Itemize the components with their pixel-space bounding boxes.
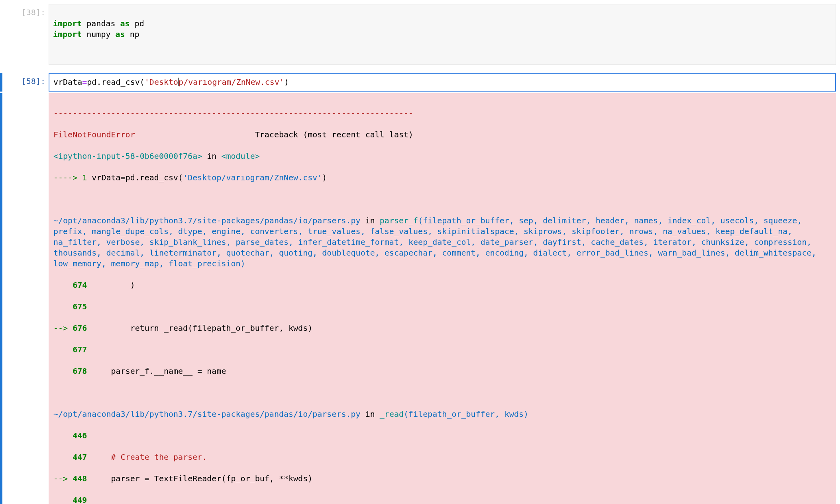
src-line bbox=[87, 452, 111, 462]
in-word: in bbox=[202, 151, 221, 161]
string-arg: 'Deskto bbox=[145, 77, 178, 87]
operator: = bbox=[82, 77, 87, 87]
code-cell-38[interactable]: [38]: import pandas as pd import numpy a… bbox=[0, 4, 836, 65]
exec-indicator bbox=[0, 73, 2, 92]
indent bbox=[53, 302, 73, 311]
arrow: --> bbox=[53, 323, 73, 333]
indent bbox=[53, 495, 73, 504]
src-line: parser_f.__name__ = name bbox=[87, 366, 226, 376]
frame-path: ~/opt/anaconda3/lib/python3.7/site-packa… bbox=[53, 216, 361, 225]
output-cell-58: ----------------------------------------… bbox=[0, 93, 836, 504]
alias-np: np bbox=[125, 29, 139, 39]
indent bbox=[53, 280, 73, 290]
frame-fn: _read bbox=[380, 409, 404, 419]
module-numpy: numpy bbox=[82, 29, 115, 39]
error-name: FileNotFoundError bbox=[53, 130, 135, 139]
indent bbox=[53, 345, 73, 354]
lineno: 447 bbox=[73, 452, 87, 462]
lineno: 449 bbox=[73, 495, 87, 504]
exec-indicator bbox=[0, 93, 2, 504]
src-line: parser = TextFileReader(fp_or_buf, **kwd… bbox=[87, 474, 312, 483]
code-input[interactable]: import pandas as pd import numpy as np bbox=[49, 4, 836, 65]
frame-path: ~/opt/anaconda3/lib/python3.7/site-packa… bbox=[53, 409, 361, 419]
lineno: 446 bbox=[73, 431, 87, 440]
prompt-spacer bbox=[4, 93, 49, 504]
lineno: 678 bbox=[73, 366, 87, 376]
src-line: ) bbox=[87, 280, 135, 290]
module-tag: <module> bbox=[221, 151, 259, 161]
traceback-header: Traceback (most recent call last) bbox=[135, 130, 413, 139]
paren-close: ) bbox=[284, 77, 289, 87]
frame-args: (filepath_or_buffer, kwds) bbox=[404, 409, 528, 419]
identifier: vrData bbox=[92, 173, 120, 182]
ipython-source: <ipython-input-58-0b6e0000f76a> bbox=[53, 151, 202, 161]
keyword-import: import bbox=[53, 19, 82, 28]
traceback-output[interactable]: ----------------------------------------… bbox=[49, 93, 836, 504]
prompt-label: [58]: bbox=[4, 73, 49, 92]
code-input[interactable]: vrData=pd.read_csv('Desktop/varıogram/Zn… bbox=[49, 73, 836, 92]
keyword-as: as bbox=[116, 29, 125, 39]
in-word: in bbox=[361, 409, 380, 419]
comment: # Create the parser. bbox=[111, 452, 207, 462]
alias-pd: pd bbox=[130, 19, 144, 28]
lineno: 448 bbox=[73, 474, 87, 483]
in-word: in bbox=[361, 216, 380, 225]
exec-indicator bbox=[0, 4, 2, 65]
paren-close: ) bbox=[322, 173, 327, 182]
string-arg: p/varıogram/ZnNew.csv' bbox=[179, 77, 284, 87]
lineno: 674 bbox=[73, 280, 87, 290]
indent bbox=[53, 431, 73, 440]
indent bbox=[53, 366, 73, 376]
operator: = bbox=[121, 173, 126, 182]
call: pd.read_csv( bbox=[126, 173, 183, 182]
arrow: --> bbox=[53, 474, 73, 483]
call: pd.read_csv( bbox=[87, 77, 145, 87]
keyword-import: import bbox=[53, 29, 82, 39]
frame-fn: parser_f bbox=[380, 216, 418, 225]
indent bbox=[53, 452, 73, 462]
prompt-label: [38]: bbox=[4, 4, 49, 65]
module-pandas: pandas bbox=[82, 19, 120, 28]
src-line: return _read(filepath_or_buffer, kwds) bbox=[87, 323, 312, 333]
lineno: 676 bbox=[73, 323, 87, 333]
string-arg: 'Desktop/varıogram/ZnNew.csv' bbox=[183, 173, 322, 182]
traceback-separator: ----------------------------------------… bbox=[53, 108, 831, 119]
identifier: vrData bbox=[53, 77, 82, 87]
lineno: 677 bbox=[73, 345, 87, 354]
notebook: [38]: import pandas as pd import numpy a… bbox=[0, 0, 840, 504]
arrow: ----> 1 bbox=[53, 173, 92, 182]
lineno: 675 bbox=[73, 302, 87, 311]
keyword-as: as bbox=[120, 19, 130, 28]
code-cell-58[interactable]: [58]: vrData=pd.read_csv('Desktop/varıog… bbox=[0, 73, 836, 92]
